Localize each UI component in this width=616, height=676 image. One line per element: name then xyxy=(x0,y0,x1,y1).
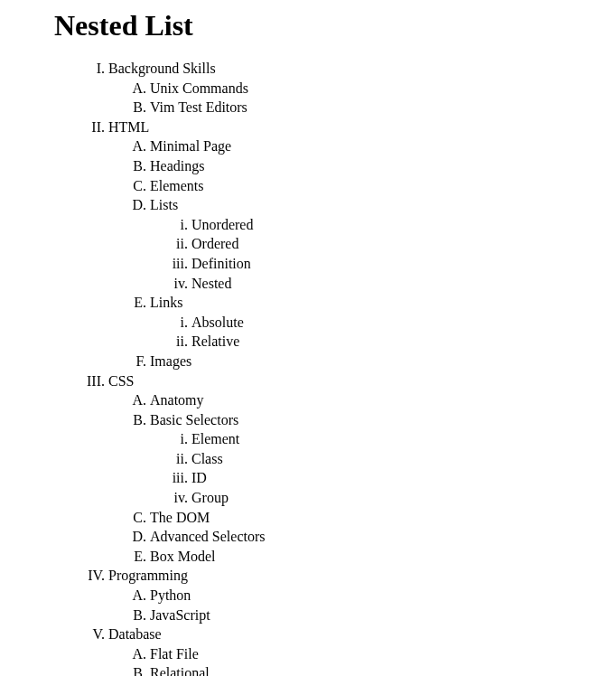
list-item: Headings xyxy=(150,156,616,176)
nested-list: Element Class ID Group xyxy=(150,429,616,507)
list-item-label: Minimal Page xyxy=(150,138,231,154)
list-item: Nested xyxy=(191,274,616,294)
nested-list: Minimal Page Headings Elements Lists Uno… xyxy=(108,136,616,371)
list-item: Links Absolute Relative xyxy=(150,293,616,352)
nested-list: Anatomy Basic Selectors Element Class ID… xyxy=(108,390,616,566)
list-item: Relational xyxy=(150,663,616,676)
list-item: CSS Anatomy Basic Selectors Element Clas… xyxy=(108,371,616,567)
list-item: Group xyxy=(191,488,616,508)
list-item-label: Elements xyxy=(150,178,204,193)
list-item: Unordered xyxy=(191,215,616,235)
nested-list-root: Background Skills Unix Commands Vim Test… xyxy=(54,59,616,676)
list-item-label: Background Skills xyxy=(108,61,216,76)
list-item-label: Anatomy xyxy=(150,392,204,408)
list-item-label: Programming xyxy=(108,568,188,583)
nested-list: Unordered Ordered Definition Nested xyxy=(150,215,616,293)
list-item-label: Database xyxy=(108,626,162,642)
nested-list: Unix Commands Vim Test Editors xyxy=(108,79,616,117)
list-item-label: Headings xyxy=(150,158,204,174)
list-item: Box Model xyxy=(150,547,616,567)
list-item-label: Flat File xyxy=(150,646,199,662)
list-item-label: Class xyxy=(191,451,223,466)
list-item: Elements xyxy=(150,176,616,196)
list-item: Basic Selectors Element Class ID Group xyxy=(150,410,616,508)
list-item: ID xyxy=(191,468,616,488)
list-item-label: Basic Selectors xyxy=(150,412,238,427)
list-item-label: Relational xyxy=(150,665,210,676)
list-item-label: Group xyxy=(191,490,229,505)
list-item-label: Box Model xyxy=(150,549,215,564)
list-item-label: Python xyxy=(150,587,191,603)
list-item: Lists Unordered Ordered Definition Neste… xyxy=(150,195,616,293)
list-item-label: The DOM xyxy=(150,510,210,525)
list-item: Ordered xyxy=(191,234,616,254)
list-item-label: Ordered xyxy=(191,236,238,251)
nested-list: Absolute Relative xyxy=(150,313,616,352)
list-item: Unix Commands xyxy=(150,79,616,99)
list-item-label: HTML xyxy=(108,119,149,135)
list-item-label: Nested xyxy=(191,276,231,291)
list-item-label: Relative xyxy=(191,333,239,349)
list-item: The DOM xyxy=(150,508,616,528)
list-item: HTML Minimal Page Headings Elements List… xyxy=(108,117,616,371)
list-item: Advanced Selectors xyxy=(150,527,616,547)
list-item: Minimal Page xyxy=(150,136,616,156)
list-item-label: Element xyxy=(191,431,239,446)
list-item: Images xyxy=(150,352,616,371)
page-title: Nested List xyxy=(54,9,616,42)
list-item: Element xyxy=(191,429,616,449)
list-item-label: Unordered xyxy=(191,217,253,232)
list-item-label: Vim Test Editors xyxy=(150,99,247,115)
list-item-label: ID xyxy=(191,470,207,485)
list-item: Anatomy xyxy=(150,390,616,410)
list-item: Class xyxy=(191,449,616,469)
list-item-label: Images xyxy=(150,353,191,369)
list-item: Python xyxy=(150,586,616,606)
list-item: Database Flat File Relational xyxy=(108,624,616,676)
list-item-label: Lists xyxy=(150,197,178,212)
nested-list: Python JavaScript xyxy=(108,586,616,624)
list-item-label: Unix Commands xyxy=(150,80,248,96)
list-item-label: Links xyxy=(150,295,182,310)
list-item-label: Advanced Selectors xyxy=(150,529,266,544)
nested-list: Flat File Relational xyxy=(108,644,616,676)
list-item: Background Skills Unix Commands Vim Test… xyxy=(108,59,616,117)
list-item: JavaScript xyxy=(150,606,616,625)
list-item: Flat File xyxy=(150,644,616,664)
list-item: Definition xyxy=(191,254,616,274)
list-item-label: Definition xyxy=(191,256,251,271)
list-item-label: Absolute xyxy=(191,315,244,330)
list-item: Relative xyxy=(191,332,616,352)
list-item: Programming Python JavaScript xyxy=(108,566,616,624)
list-item: Vim Test Editors xyxy=(150,98,616,117)
list-item-label: JavaScript xyxy=(150,607,210,623)
list-item: Absolute xyxy=(191,313,616,333)
list-item-label: CSS xyxy=(108,373,134,389)
